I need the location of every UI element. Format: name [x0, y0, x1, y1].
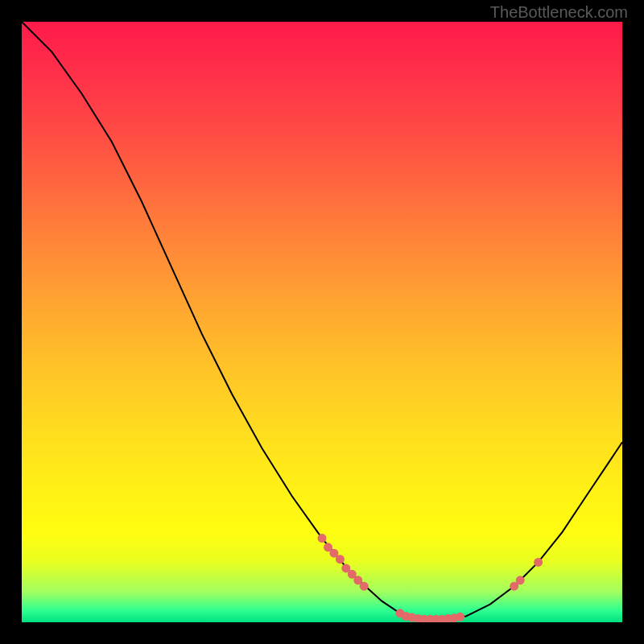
data-marker [516, 576, 525, 584]
data-marker [318, 534, 327, 543]
chart-svg [22, 22, 622, 622]
data-marker [360, 582, 369, 591]
data-marker [456, 613, 464, 621]
watermark-text: TheBottleneck.com [490, 3, 628, 22]
bottleneck-curve [22, 22, 622, 619]
data-markers [318, 534, 543, 622]
chart-plot-area [22, 22, 622, 622]
data-marker [336, 555, 345, 564]
data-marker [534, 558, 543, 567]
